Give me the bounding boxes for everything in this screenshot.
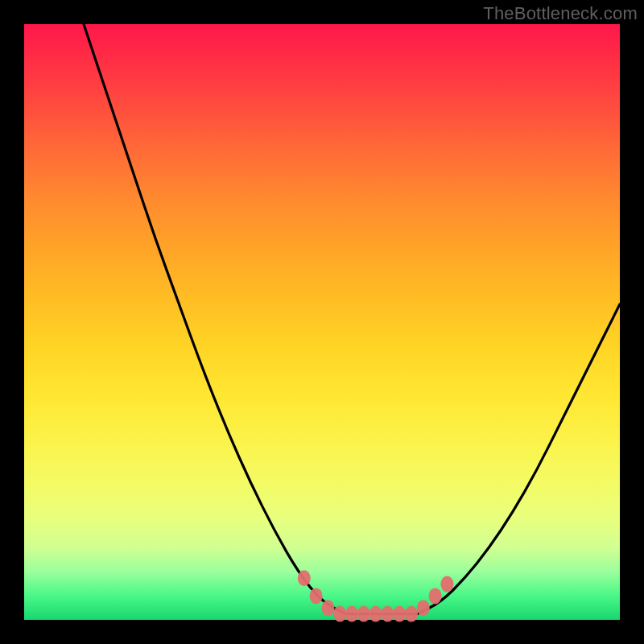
marker-point — [369, 606, 382, 622]
marker-point — [381, 606, 394, 622]
marker-point — [345, 606, 358, 622]
marker-point — [405, 606, 418, 622]
plot-area — [24, 24, 620, 620]
outer-frame: TheBottleneck.com — [0, 0, 644, 644]
chart-svg — [24, 24, 620, 620]
marker-point — [310, 588, 323, 604]
marker-point — [298, 570, 311, 586]
marker-point — [357, 606, 370, 622]
marker-point — [417, 600, 430, 616]
marker-point — [393, 606, 406, 622]
bottleneck-curve — [84, 24, 620, 614]
marker-point — [429, 588, 442, 604]
marker-point — [440, 576, 453, 592]
marker-point — [321, 600, 334, 616]
watermark-text: TheBottleneck.com — [483, 3, 638, 24]
marker-point — [333, 606, 346, 622]
plateau-markers — [298, 570, 454, 621]
